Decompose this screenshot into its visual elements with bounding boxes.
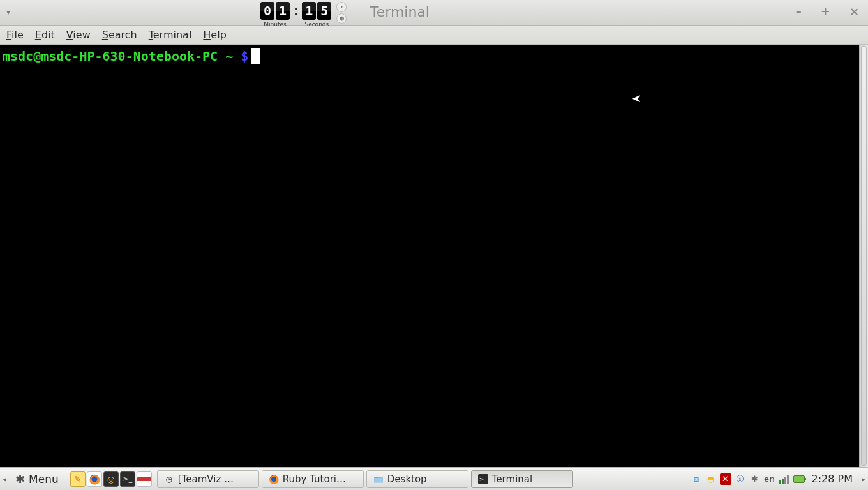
task-button[interactable]: Desktop bbox=[366, 470, 468, 488]
start-menu-label: Menu bbox=[29, 473, 59, 486]
quick-launch: ✎ ◎ >_ bbox=[70, 471, 152, 487]
dropbox-tray-icon[interactable]: ⧈ bbox=[691, 473, 702, 485]
menubar: File Edit View Search Terminal Help bbox=[0, 26, 868, 45]
rhythmbox-launcher-icon[interactable]: ◎ bbox=[103, 471, 119, 487]
menu-search[interactable]: Search bbox=[102, 29, 137, 41]
timer-dot-icon[interactable]: • bbox=[336, 2, 347, 12]
notes-launcher-icon[interactable]: ✎ bbox=[70, 471, 86, 487]
updates-tray-icon[interactable]: 🛈 bbox=[735, 473, 746, 485]
task-button[interactable]: Ruby Tutori… bbox=[262, 470, 364, 488]
task-button[interactable]: ◷[TeamViz … bbox=[157, 470, 259, 488]
task-label: [TeamViz … bbox=[178, 473, 234, 485]
prompt-user-host: msdc@msdc-HP-630-Notebook-PC bbox=[3, 48, 218, 64]
timer-face-icon[interactable]: ☻ bbox=[336, 13, 347, 24]
terminal-cursor bbox=[251, 48, 260, 64]
menu-edit[interactable]: Edit bbox=[35, 29, 55, 41]
bottom-panel: ◂ ✱ Menu ✎ ◎ >_ ◷[TeamViz …Ruby Tutori…D… bbox=[0, 467, 868, 490]
task-label: Ruby Tutori… bbox=[283, 473, 346, 485]
weather-tray-icon[interactable]: ◓ bbox=[705, 473, 717, 485]
task-label: Desktop bbox=[387, 473, 427, 485]
terminal-launcher-icon[interactable]: >_ bbox=[120, 471, 135, 487]
firefox-icon bbox=[269, 474, 279, 484]
menu-file[interactable]: File bbox=[6, 29, 24, 41]
clock-icon: ◷ bbox=[164, 474, 174, 484]
panel-clock[interactable]: 2:28 PM bbox=[808, 473, 857, 485]
window-close-button[interactable]: × bbox=[849, 6, 859, 17]
network-tray-icon[interactable] bbox=[779, 473, 790, 485]
window-title: Terminal bbox=[370, 4, 430, 20]
timer-colon: : bbox=[294, 2, 298, 19]
scrollbar-thumb[interactable] bbox=[861, 46, 867, 466]
system-menu-arrow[interactable]: ▾ bbox=[0, 8, 13, 17]
vertical-scrollbar[interactable] bbox=[859, 45, 868, 467]
timer-minutes-label: Minutes bbox=[260, 21, 290, 27]
system-tray: ⧈ ◓ ✕ 🛈 ✱ en 2:28 PM bbox=[691, 473, 859, 485]
firefox-launcher-icon[interactable] bbox=[87, 471, 102, 487]
panel-scroll-right[interactable]: ▸ bbox=[859, 475, 868, 484]
taskbar: ◷[TeamViz …Ruby Tutori…Desktop>_Terminal bbox=[157, 470, 691, 488]
blocker-tray-icon[interactable]: ✕ bbox=[720, 473, 731, 485]
terminal-icon: >_ bbox=[478, 474, 488, 484]
task-label: Terminal bbox=[492, 473, 532, 485]
timer-seconds-label: Seconds bbox=[302, 21, 331, 27]
timer-second-ones: 5 bbox=[317, 2, 331, 20]
keyboard-language-indicator[interactable]: en bbox=[764, 473, 775, 485]
terminal-viewport[interactable]: msdc@msdc-HP-630-Notebook-PC ~ $ ➤ bbox=[0, 45, 868, 467]
gear-icon: ✱ bbox=[15, 472, 25, 486]
folder-icon bbox=[373, 474, 384, 484]
timer-second-tens: 1 bbox=[302, 2, 316, 20]
prompt-symbol: $ bbox=[241, 48, 248, 64]
window-titlebar: ▾ 0 1 Minutes : 1 5 Seconds • ☻ Terminal… bbox=[0, 0, 868, 26]
timer-minute-tens: 0 bbox=[260, 2, 274, 20]
bluetooth-tray-icon[interactable]: ✱ bbox=[749, 473, 761, 485]
menu-help[interactable]: Help bbox=[203, 29, 226, 41]
menu-view[interactable]: View bbox=[66, 29, 91, 41]
pomodoro-timer-widget[interactable]: 0 1 Minutes : 1 5 Seconds • ☻ bbox=[260, 2, 347, 24]
svg-point-3 bbox=[271, 477, 276, 482]
task-button[interactable]: >_Terminal bbox=[471, 470, 573, 488]
panel-scroll-left[interactable]: ◂ bbox=[0, 475, 9, 484]
svg-point-1 bbox=[91, 476, 97, 482]
window-minimize-button[interactable]: – bbox=[796, 6, 802, 17]
terminal-content[interactable]: msdc@msdc-HP-630-Notebook-PC ~ $ bbox=[0, 45, 868, 68]
battery-tray-icon[interactable] bbox=[793, 473, 805, 485]
timer-minute-ones: 1 bbox=[276, 2, 290, 20]
prompt-cwd: ~ bbox=[225, 48, 233, 64]
start-menu-button[interactable]: ✱ Menu bbox=[11, 470, 65, 488]
calendar-launcher-icon[interactable] bbox=[137, 471, 152, 487]
menu-terminal[interactable]: Terminal bbox=[149, 29, 192, 41]
mouse-pointer-icon: ➤ bbox=[632, 92, 641, 105]
window-maximize-button[interactable]: + bbox=[821, 6, 830, 17]
